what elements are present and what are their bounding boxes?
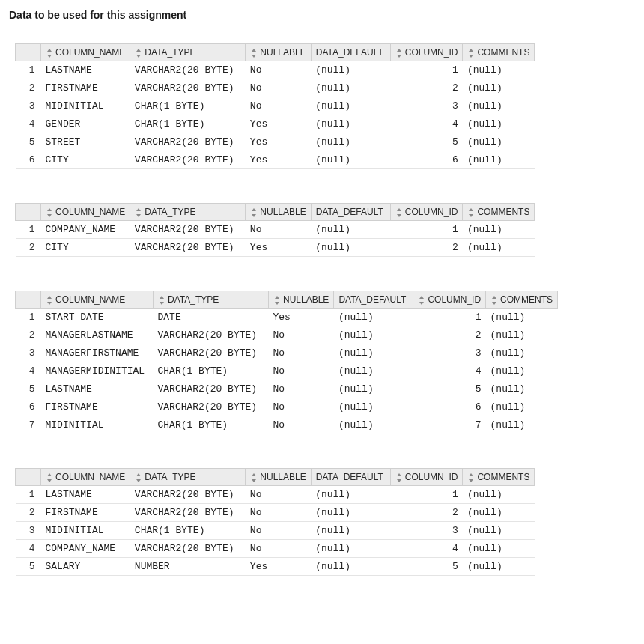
column-header-nullable[interactable]: NULLABLE (246, 44, 311, 61)
table-row[interactable]: 1COMPANY_NAMEVARCHAR2(20 BYTE)No(null)1(… (16, 221, 535, 239)
cell-column-id: 7 (413, 416, 486, 434)
table-row[interactable]: 6FIRSTNAMEVARCHAR2(20 BYTE)No(null)6(nul… (16, 398, 558, 416)
table-row[interactable]: 5LASTNAMEVARCHAR2(20 BYTE)No(null)5(null… (16, 380, 558, 398)
cell-data-default: (null) (334, 380, 413, 398)
column-header-comments[interactable]: COMMENTS (463, 44, 535, 61)
cell-data-default: (null) (311, 239, 390, 257)
column-header-default[interactable]: DATA_DEFAULT (311, 469, 390, 486)
column-header-label: DATA_DEFAULT (316, 47, 383, 58)
page-title: Data to be used for this assignment (9, 9, 635, 21)
cell-column-id: 4 (413, 362, 486, 380)
column-header-label: DATA_TYPE (168, 294, 219, 305)
table-row[interactable]: 4COMPANY_NAMEVARCHAR2(20 BYTE)No(null)4(… (16, 540, 535, 558)
cell-nullable: No (269, 326, 334, 344)
cell-column-id: 1 (390, 486, 463, 504)
column-header-label: COLUMN_ID (405, 472, 458, 482)
cell-column-id: 5 (390, 558, 463, 576)
table-row[interactable]: 2CITYVARCHAR2(20 BYTE)Yes(null)2(null) (16, 239, 535, 257)
cell-data-type: CHAR(1 BYTE) (154, 416, 269, 434)
column-header-nullable[interactable]: NULLABLE (246, 204, 311, 221)
table-row[interactable]: 4MANAGERMIDINITIALCHAR(1 BYTE)No(null)4(… (16, 362, 558, 380)
rownum-cell: 7 (16, 416, 41, 434)
cell-data-default: (null) (311, 97, 390, 115)
cell-nullable: No (246, 540, 311, 558)
cell-comments: (null) (486, 380, 558, 398)
cell-data-default: (null) (311, 79, 390, 97)
cell-column-id: 6 (390, 151, 463, 169)
table-row[interactable]: 5SALARYNUMBERYes(null)5(null) (16, 558, 535, 576)
schema-grid: COLUMN_NAMEDATA_TYPENULLABLEDATA_DEFAULT… (15, 43, 535, 169)
column-header-name[interactable]: COLUMN_NAME (41, 291, 154, 309)
table-row[interactable]: 2FIRSTNAMEVARCHAR2(20 BYTE)No(null)2(nul… (16, 504, 535, 522)
sort-icon (418, 296, 425, 305)
table-row[interactable]: 3MIDINITIALCHAR(1 BYTE)No(null)3(null) (16, 97, 535, 115)
cell-nullable: No (269, 362, 334, 380)
cell-column-name: FIRSTNAME (41, 398, 154, 416)
rownum-cell: 2 (16, 79, 41, 97)
column-header-nullable[interactable]: NULLABLE (269, 291, 334, 309)
cell-column-name: LASTNAME (41, 380, 154, 398)
cell-column-name: COMPANY_NAME (41, 221, 130, 239)
column-header-type[interactable]: DATA_TYPE (130, 44, 246, 61)
table-row[interactable]: 3MANAGERFIRSTNAMEVARCHAR2(20 BYTE)No(nul… (16, 344, 558, 362)
cell-nullable: No (246, 522, 311, 540)
table-row[interactable]: 5STREETVARCHAR2(20 BYTE)Yes(null)5(null) (16, 133, 535, 151)
cell-column-id: 4 (390, 540, 463, 558)
column-header-id[interactable]: COLUMN_ID (390, 469, 463, 486)
schema-table: COLUMN_NAMEDATA_TYPENULLABLEDATA_DEFAULT… (15, 468, 635, 576)
cell-comments: (null) (486, 326, 558, 344)
column-header-name[interactable]: COLUMN_NAME (41, 204, 130, 221)
table-row[interactable]: 2MANAGERLASTNAMEVARCHAR2(20 BYTE)No(null… (16, 326, 558, 344)
cell-column-name: MIDINITIAL (41, 97, 130, 115)
cell-data-type: VARCHAR2(20 BYTE) (130, 239, 246, 257)
column-header-default[interactable]: DATA_DEFAULT (311, 44, 390, 61)
column-header-type[interactable]: DATA_TYPE (130, 469, 246, 486)
column-header-label: COLUMN_NAME (55, 472, 125, 482)
column-header-label: COMMENTS (477, 472, 529, 482)
cell-column-name: GENDER (41, 115, 130, 133)
cell-comments: (null) (486, 398, 558, 416)
table-row[interactable]: 3MIDINITIALCHAR(1 BYTE)No(null)3(null) (16, 522, 535, 540)
table-row[interactable]: 2FIRSTNAMEVARCHAR2(20 BYTE)No(null)2(nul… (16, 79, 535, 97)
table-row[interactable]: 1LASTNAMEVARCHAR2(20 BYTE)No(null)1(null… (16, 486, 535, 504)
table-row[interactable]: 1START_DATEDATEYes(null)1(null) (16, 309, 558, 326)
rownum-header (16, 469, 41, 486)
column-header-default[interactable]: DATA_DEFAULT (311, 204, 390, 221)
column-header-comments[interactable]: COMMENTS (486, 291, 558, 309)
column-header-name[interactable]: COLUMN_NAME (41, 44, 130, 61)
cell-comments: (null) (463, 239, 535, 257)
cell-comments: (null) (463, 151, 535, 169)
cell-data-default: (null) (311, 522, 390, 540)
column-header-name[interactable]: COLUMN_NAME (41, 469, 130, 486)
cell-data-type: CHAR(1 BYTE) (154, 362, 269, 380)
column-header-id[interactable]: COLUMN_ID (390, 204, 463, 221)
sort-icon (135, 208, 142, 217)
column-header-id[interactable]: COLUMN_ID (413, 291, 486, 309)
table-row[interactable]: 4GENDERCHAR(1 BYTE)Yes(null)4(null) (16, 115, 535, 133)
column-header-comments[interactable]: COMMENTS (463, 204, 535, 221)
cell-data-default: (null) (311, 486, 390, 504)
column-header-default[interactable]: DATA_DEFAULT (334, 291, 413, 309)
rownum-cell: 2 (16, 239, 41, 257)
cell-column-name: CITY (41, 151, 130, 169)
cell-data-default: (null) (311, 151, 390, 169)
cell-data-type: VARCHAR2(20 BYTE) (154, 398, 269, 416)
rownum-cell: 4 (16, 540, 41, 558)
column-header-comments[interactable]: COMMENTS (463, 469, 535, 486)
column-header-type[interactable]: DATA_TYPE (130, 204, 246, 221)
cell-data-type: VARCHAR2(20 BYTE) (130, 221, 246, 239)
cell-column-id: 3 (390, 522, 463, 540)
cell-data-type: DATE (154, 309, 269, 326)
cell-comments: (null) (463, 540, 535, 558)
column-header-type[interactable]: DATA_TYPE (154, 291, 269, 309)
rownum-cell: 1 (16, 61, 41, 79)
table-row[interactable]: 6CITYVARCHAR2(20 BYTE)Yes(null)6(null) (16, 151, 535, 169)
cell-column-name: MANAGERLASTNAME (41, 326, 154, 344)
cell-data-default: (null) (334, 344, 413, 362)
column-header-nullable[interactable]: NULLABLE (246, 469, 311, 486)
table-row[interactable]: 1LASTNAMEVARCHAR2(20 BYTE)No(null)1(null… (16, 61, 535, 79)
cell-data-default: (null) (311, 558, 390, 576)
table-row[interactable]: 7MIDINITIALCHAR(1 BYTE)No(null)7(null) (16, 416, 558, 434)
column-header-id[interactable]: COLUMN_ID (390, 44, 463, 61)
cell-column-id: 2 (413, 326, 486, 344)
